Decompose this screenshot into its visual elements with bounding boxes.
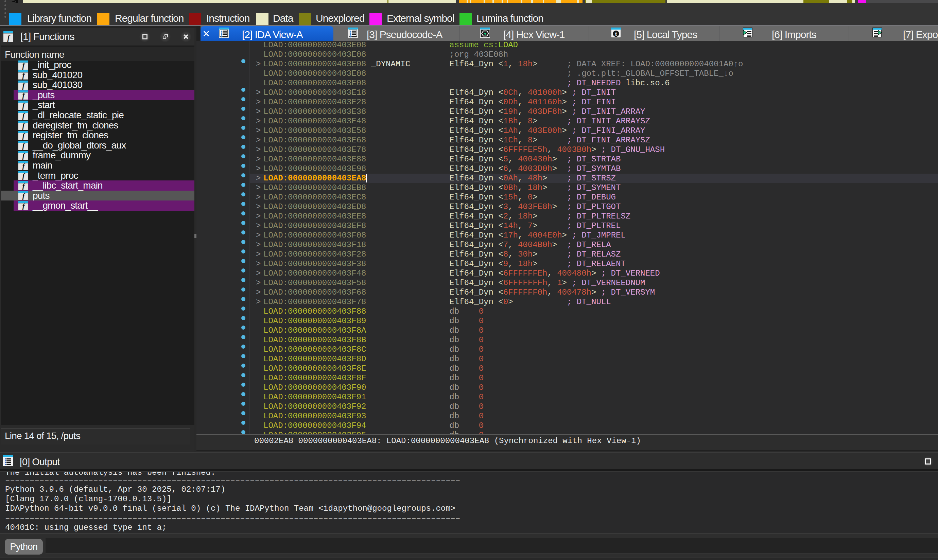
svg-text:t: t xyxy=(615,31,617,37)
